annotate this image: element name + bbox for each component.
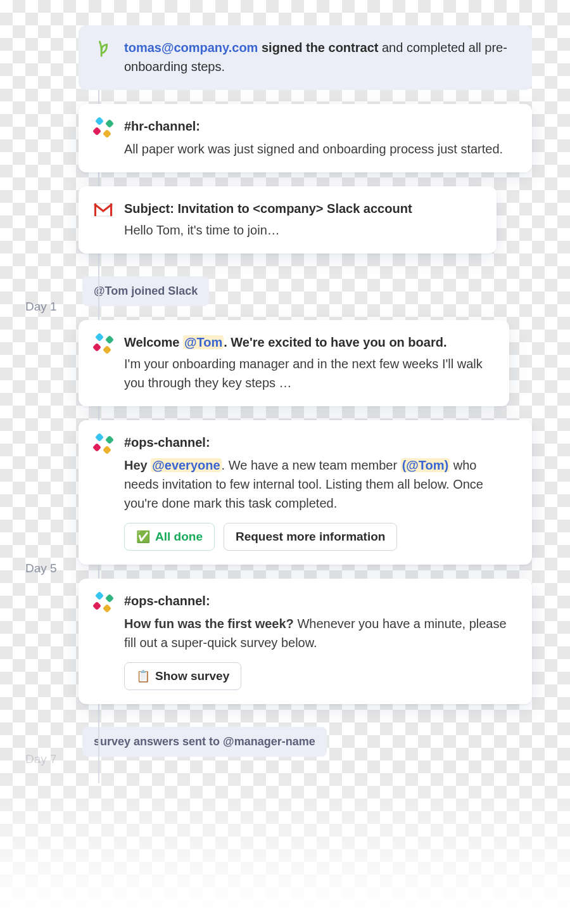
slack-icon <box>92 117 114 138</box>
ops-channel-name: #ops-channel: <box>124 591 514 610</box>
check-icon: ✅ <box>136 531 150 542</box>
welcome-body: I'm your onboarding manager and in the n… <box>124 354 491 392</box>
show-survey-button[interactable]: 📋 Show survey <box>124 662 241 690</box>
bamboohr-icon <box>92 38 114 60</box>
slack-icon <box>92 333 114 354</box>
card-hr-channel: #hr-channel: All paper work was just sig… <box>79 104 532 172</box>
hr-channel-body: All paper work was just signed and onboa… <box>124 139 514 158</box>
mention-tom: (@Tom) <box>401 458 450 472</box>
card-welcome: Welcome @Tom. We're excited to have you … <box>79 320 509 406</box>
gmail-body: Hello Tom, it's time to join… <box>124 221 479 240</box>
pill-joined-slack: @Tom joined Slack <box>82 276 209 306</box>
ops-survey-body: How fun was the first week? Whenever you… <box>124 614 514 652</box>
gmail-subject: Subject: Invitation to <company> Slack a… <box>124 199 479 218</box>
welcome-title: Welcome @Tom. We're excited to have you … <box>124 333 491 352</box>
clipboard-icon: 📋 <box>136 671 150 682</box>
card-ops-survey: #ops-channel: How fun was the first week… <box>79 579 532 704</box>
signer-email: tomas@company.com <box>124 41 258 55</box>
timeline: tomas@company.com signed the contract an… <box>0 0 570 924</box>
request-more-info-button[interactable]: Request more information <box>224 523 397 551</box>
mention-everyone: @everyone <box>151 458 221 472</box>
ops-channel-name: #ops-channel: <box>124 433 514 452</box>
card-contract: tomas@company.com signed the contract an… <box>79 25 532 90</box>
all-done-button[interactable]: ✅ All done <box>124 523 215 551</box>
gmail-icon <box>92 199 114 221</box>
ops-announce-body: Hey @everyone. We have a new team member… <box>124 456 514 513</box>
label-day-5: Day 5 <box>25 560 57 578</box>
card-ops-announce: #ops-channel: Hey @everyone. We have a n… <box>79 420 532 565</box>
slack-icon <box>92 433 114 454</box>
slack-icon <box>92 591 114 613</box>
label-day-1: Day 1 <box>25 298 57 316</box>
ops-announce-actions: ✅ All done Request more information <box>124 523 514 551</box>
pill-survey-sent: survey answers sent to @manager-name <box>82 727 327 757</box>
label-day-7: Day 7 <box>25 750 57 769</box>
card-gmail-invite: Subject: Invitation to <company> Slack a… <box>79 186 497 253</box>
card-contract-title: tomas@company.com signed the contract an… <box>124 38 514 76</box>
mention-tom: @Tom <box>183 335 224 349</box>
hr-channel-name: #hr-channel: <box>124 117 514 136</box>
ops-survey-actions: 📋 Show survey <box>124 662 514 690</box>
